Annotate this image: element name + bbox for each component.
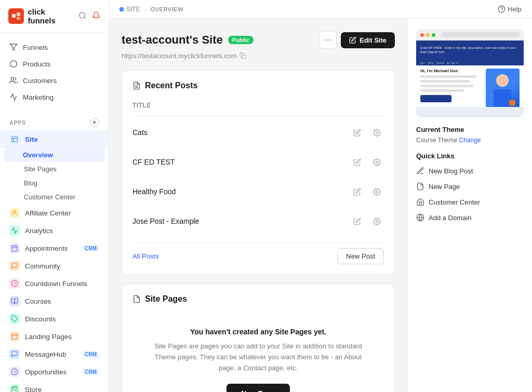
subnav-customer-center[interactable]: Customer Center — [0, 190, 109, 204]
more-options-button[interactable]: ··· — [319, 31, 337, 49]
post-row: Healthy Food — [132, 177, 384, 207]
settings-post-0-button[interactable] — [369, 125, 384, 140]
sidebar-item-countdown-funnels[interactable]: Countdown Funnels — [0, 275, 109, 292]
breadcrumb-current: OVERVIEW — [151, 6, 183, 12]
customers-label: Customers — [23, 77, 57, 85]
all-posts-link[interactable]: All Posts — [132, 252, 159, 260]
notification-icon[interactable] — [92, 11, 100, 21]
products-label: Products — [23, 60, 50, 68]
post-name: CF ED TEST — [132, 158, 175, 166]
site-indicator — [119, 7, 124, 11]
copy-icon[interactable] — [240, 52, 246, 59]
sidebar-item-discounts[interactable]: Discounts — [0, 310, 109, 328]
logo-area: click funnels — [0, 0, 109, 33]
preview-body: Hi, I'm Michael Doe — [416, 65, 524, 107]
quick-link-new-blog-post[interactable]: New Blog Post — [416, 163, 524, 179]
crm-badge-opportunities: CRM — [82, 369, 99, 375]
main-content: test-account's Site Public ··· Edit Site… — [109, 19, 407, 392]
breadcrumb: SITE › OVERVIEW — [119, 6, 183, 13]
sidebar-item-site[interactable]: Site — [0, 130, 109, 148]
breadcrumb-site: SITE — [119, 6, 140, 13]
recent-posts-card: Recent Posts Title Cats CF ED TEST — [122, 70, 395, 275]
svg-point-32 — [497, 75, 508, 85]
preview-person-image — [486, 69, 520, 107]
page-title: test-account's Site — [122, 33, 223, 47]
edit-site-button[interactable]: Edit Site — [341, 32, 395, 48]
settings-post-3-button[interactable] — [369, 214, 384, 228]
search-icon[interactable] — [78, 11, 87, 21]
post-name: Cats — [132, 128, 148, 137]
empty-title: You haven't created any Site Pages yet. — [153, 328, 363, 336]
edit-post-1-button[interactable] — [350, 155, 364, 169]
svg-point-26 — [376, 131, 378, 133]
subnav-overview[interactable]: Overview — [4, 148, 104, 162]
site-pages-title: Site Pages — [132, 294, 384, 304]
edit-post-3-button[interactable] — [350, 214, 364, 228]
change-theme-link[interactable]: Change — [459, 137, 481, 144]
subnav-blog[interactable]: Blog — [0, 176, 109, 190]
site-sub-nav: Overview Site Pages Blog Customer Center — [0, 148, 109, 204]
marketing-label: Marketing — [23, 93, 54, 101]
empty-desc: Site Pages are pages you can add to your… — [153, 341, 363, 373]
apps-label: APPS — [9, 119, 26, 126]
settings-post-2-button[interactable] — [369, 184, 384, 199]
edit-post-2-button[interactable] — [350, 184, 364, 199]
edit-site-label: Edit Site — [360, 36, 387, 44]
svg-rect-11 — [12, 246, 18, 251]
sidebar-item-customers[interactable]: Customers — [0, 72, 109, 89]
sidebar-item-affiliate-center[interactable]: Affiliate Center — [0, 204, 109, 222]
svg-line-4 — [84, 17, 86, 19]
breadcrumb-site-label: SITE — [126, 6, 140, 13]
quick-link-customer-center[interactable]: Customer Center — [416, 194, 524, 210]
theme-name-row: Course Theme Change — [416, 137, 524, 144]
svg-rect-1 — [17, 12, 20, 16]
site-label: Site — [25, 136, 38, 143]
subnav-site-pages[interactable]: Site Pages — [0, 162, 109, 176]
svg-rect-7 — [12, 137, 18, 142]
sidebar: click funnels Funnels Products Customers… — [0, 0, 109, 392]
file-icon — [416, 182, 424, 191]
site-pages-icon — [132, 295, 141, 303]
sidebar-item-community[interactable]: Community — [0, 257, 109, 275]
quick-link-new-page[interactable]: New Page — [416, 179, 524, 194]
table-header: Title — [132, 99, 384, 116]
apps-header: APPS + — [0, 115, 109, 130]
new-page-button[interactable]: New Page — [227, 384, 290, 392]
main-area: SITE › OVERVIEW Help test-account's Site… — [109, 0, 532, 392]
preview-badge — [509, 100, 515, 106]
sidebar-item-store[interactable]: Store — [0, 381, 109, 392]
post-row: Jose Post - Example — [132, 207, 384, 236]
svg-marker-5 — [10, 44, 17, 50]
page-title-row: test-account's Site Public — [122, 33, 254, 47]
sidebar-item-appointments[interactable]: Appointments CRM — [0, 239, 109, 257]
sidebar-item-landing-pages[interactable]: Landing Pages — [0, 328, 109, 345]
sidebar-item-funnels[interactable]: Funnels — [0, 39, 109, 56]
edit-post-0-button[interactable] — [350, 125, 364, 140]
preview-nav: NavBlogEvents▶ Sign In — [416, 60, 524, 65]
svg-point-10 — [14, 210, 16, 213]
minimize-dot — [426, 33, 430, 37]
page-url: https://testaccount.myclickfunnels.com — [122, 52, 395, 60]
sidebar-item-marketing[interactable]: Marketing — [0, 89, 109, 105]
sidebar-item-messagehub[interactable]: MessageHub CRM — [0, 345, 109, 363]
sidebar-item-opportunities[interactable]: Opportunities CRM — [0, 363, 109, 381]
posts-icon — [132, 82, 141, 90]
right-panel: Grab MY FREE - Enter in the title, descr… — [407, 19, 532, 392]
crm-badge-appointments: CRM — [82, 245, 99, 252]
crm-badge-messagehub: CRM — [82, 351, 99, 358]
svg-point-6 — [11, 77, 14, 80]
new-post-button[interactable]: New Post — [337, 248, 384, 264]
preview-banner: Grab MY FREE - Enter in the title, descr… — [416, 40, 524, 60]
apps-add-button[interactable]: + — [90, 118, 99, 127]
quick-links-label: Quick Links — [416, 152, 524, 160]
settings-post-1-button[interactable] — [369, 155, 384, 169]
sidebar-item-courses[interactable]: Courses — [0, 292, 109, 310]
quick-link-add-domain[interactable]: Add a Domain — [416, 210, 524, 225]
help-button[interactable]: Help — [498, 5, 522, 13]
sidebar-item-products[interactable]: Products — [0, 56, 109, 72]
svg-rect-2 — [17, 17, 20, 20]
post-name: Jose Post - Example — [132, 217, 199, 225]
browser-bar — [416, 29, 524, 40]
sidebar-item-analytics[interactable]: Analytics — [0, 222, 109, 239]
site-preview: Grab MY FREE - Enter in the title, descr… — [416, 29, 524, 117]
